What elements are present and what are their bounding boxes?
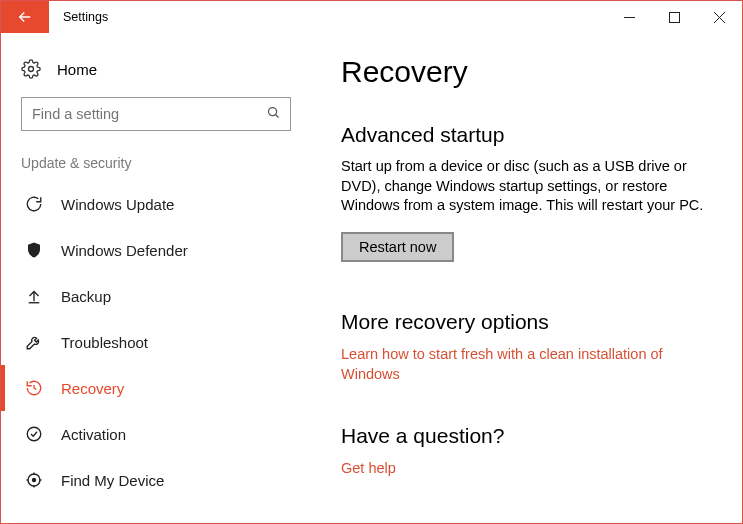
more-recovery-section: More recovery options Learn how to start… bbox=[341, 310, 712, 385]
close-button[interactable] bbox=[697, 1, 742, 33]
sidebar-item-label: Backup bbox=[61, 288, 111, 305]
restart-now-button[interactable]: Restart now bbox=[341, 232, 454, 262]
activation-icon bbox=[25, 425, 43, 443]
back-button[interactable] bbox=[1, 1, 49, 33]
sidebar-item-recovery[interactable]: Recovery bbox=[1, 365, 311, 411]
shield-icon bbox=[25, 241, 43, 259]
titlebar: Settings bbox=[1, 1, 742, 33]
search-container bbox=[21, 97, 291, 131]
sidebar-item-label: Windows Update bbox=[61, 196, 174, 213]
fresh-install-link[interactable]: Learn how to start fresh with a clean in… bbox=[341, 344, 712, 385]
maximize-button[interactable] bbox=[652, 1, 697, 33]
sidebar-item-label: Activation bbox=[61, 426, 126, 443]
question-section: Have a question? Get help bbox=[341, 424, 712, 478]
sidebar-item-label: Troubleshoot bbox=[61, 334, 148, 351]
advanced-startup-heading: Advanced startup bbox=[341, 123, 712, 147]
maximize-icon bbox=[669, 12, 680, 23]
category-label: Update & security bbox=[1, 155, 311, 181]
main-content: Recovery Advanced startup Start up from … bbox=[311, 33, 742, 523]
gear-icon bbox=[21, 59, 41, 79]
svg-point-4 bbox=[29, 67, 34, 72]
question-heading: Have a question? bbox=[341, 424, 712, 448]
more-recovery-heading: More recovery options bbox=[341, 310, 712, 334]
sidebar-item-troubleshoot[interactable]: Troubleshoot bbox=[1, 319, 311, 365]
backup-icon bbox=[25, 287, 43, 305]
sidebar-item-activation[interactable]: Activation bbox=[1, 411, 311, 457]
sidebar-item-windows-update[interactable]: Windows Update bbox=[1, 181, 311, 227]
window-title: Settings bbox=[49, 1, 607, 33]
sidebar-item-label: Windows Defender bbox=[61, 242, 188, 259]
advanced-startup-body: Start up from a device or disc (such as … bbox=[341, 157, 712, 216]
home-label: Home bbox=[57, 61, 97, 78]
sidebar-item-label: Find My Device bbox=[61, 472, 164, 489]
svg-point-9 bbox=[33, 479, 36, 482]
sidebar-item-windows-defender[interactable]: Windows Defender bbox=[1, 227, 311, 273]
sidebar-item-find-my-device[interactable]: Find My Device bbox=[1, 457, 311, 503]
search-input[interactable] bbox=[21, 97, 291, 131]
advanced-startup-section: Advanced startup Start up from a device … bbox=[341, 123, 712, 262]
home-nav[interactable]: Home bbox=[1, 51, 311, 97]
sidebar-item-label: Recovery bbox=[61, 380, 124, 397]
minimize-button[interactable] bbox=[607, 1, 652, 33]
page-title: Recovery bbox=[341, 55, 712, 89]
content: Home Update & security Windows Update Wi… bbox=[1, 33, 742, 523]
get-help-link[interactable]: Get help bbox=[341, 458, 712, 478]
close-icon bbox=[714, 12, 725, 23]
window-controls bbox=[607, 1, 742, 33]
sidebar: Home Update & security Windows Update Wi… bbox=[1, 33, 311, 523]
sidebar-item-backup[interactable]: Backup bbox=[1, 273, 311, 319]
minimize-icon bbox=[624, 12, 635, 23]
location-icon bbox=[25, 471, 43, 489]
svg-rect-1 bbox=[670, 12, 680, 22]
wrench-icon bbox=[25, 333, 43, 351]
recovery-icon bbox=[25, 379, 43, 397]
arrow-left-icon bbox=[16, 8, 34, 26]
sync-icon bbox=[25, 195, 43, 213]
svg-point-7 bbox=[27, 427, 41, 441]
